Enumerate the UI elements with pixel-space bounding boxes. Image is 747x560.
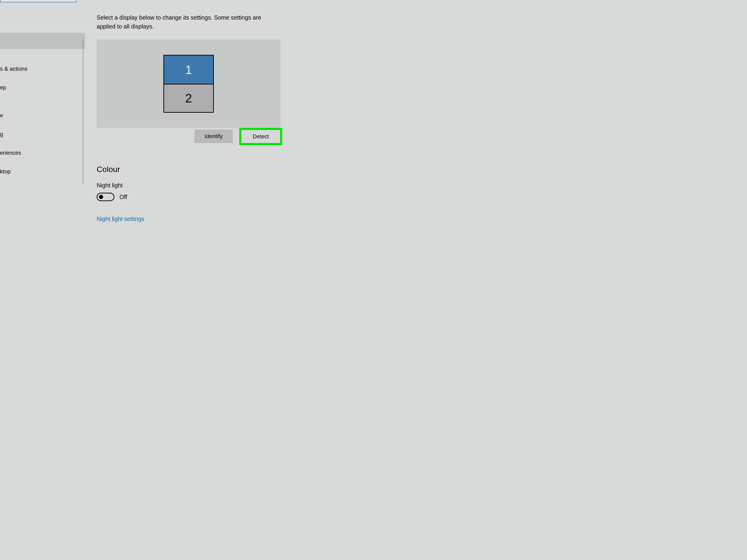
sidebar-item-multitasking[interactable]: g	[0, 125, 70, 143]
sidebar-item-remote-desktop[interactable]: ktop	[0, 162, 70, 181]
sidebar-item-notifications-actions[interactable]: s & actions	[0, 59, 70, 78]
search-box-partial[interactable]	[0, 0, 76, 2]
detect-button-highlight: Detect	[239, 128, 282, 145]
identify-button[interactable]: Identify	[195, 130, 233, 143]
display-settings-description: Select a display below to change its set…	[97, 13, 269, 31]
sidebar-item-storage[interactable]: e	[0, 106, 70, 125]
sidebar-item-power-sleep[interactable]: ep	[0, 78, 70, 97]
sidebar-item-shared-experiences[interactable]: eriences	[0, 143, 70, 162]
display-monitor-1[interactable]: 1	[163, 55, 214, 84]
detect-button[interactable]: Detect	[241, 130, 280, 143]
display-arrangement-area[interactable]: 1 2	[97, 40, 281, 128]
display-buttons-row: Identify Detect	[97, 130, 282, 145]
night-light-settings-link[interactable]: Night light settings	[97, 216, 144, 222]
sidebar-item-selected[interactable]	[0, 33, 85, 49]
display-monitor-2[interactable]: 2	[163, 84, 214, 113]
sidebar-scrollbar[interactable]	[83, 38, 83, 183]
night-light-toggle-row: Off	[97, 193, 127, 201]
night-light-label: Night light	[97, 182, 123, 189]
night-light-toggle[interactable]	[97, 193, 114, 201]
night-light-state: Off	[120, 194, 127, 201]
colour-section-heading: Colour	[97, 165, 120, 174]
toggle-knob-icon	[99, 195, 103, 199]
